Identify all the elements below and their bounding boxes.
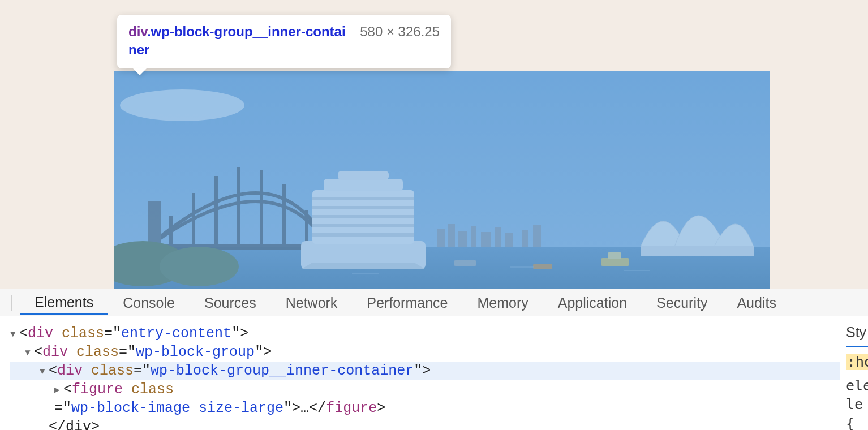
svg-point-14: [160, 247, 239, 286]
tab-security[interactable]: Security: [642, 290, 722, 315]
tab-elements[interactable]: Elements: [20, 290, 108, 315]
styles-rule-line: elem: [846, 376, 868, 395]
devtools-panel: Elements Console Sources Network Perform…: [0, 289, 868, 430]
inspect-tooltip-dimensions: 580 × 326.25: [360, 23, 440, 41]
hero-image: [114, 71, 770, 289]
svg-point-2: [120, 89, 244, 121]
svg-rect-17: [458, 231, 467, 247]
dom-node[interactable]: ▼<div class="entry-content">: [10, 324, 840, 343]
svg-rect-22: [522, 230, 528, 247]
svg-rect-20: [495, 227, 501, 247]
tab-memory[interactable]: Memory: [462, 290, 543, 315]
svg-rect-16: [448, 224, 455, 247]
svg-rect-31: [324, 179, 403, 191]
svg-rect-37: [454, 260, 476, 266]
svg-rect-34: [601, 258, 629, 266]
styles-hov-toggle[interactable]: :ho: [846, 354, 868, 370]
svg-rect-29: [312, 224, 414, 227]
svg-rect-15: [437, 229, 445, 247]
svg-rect-26: [312, 197, 414, 200]
tab-performance[interactable]: Performance: [352, 290, 462, 315]
svg-rect-27: [312, 206, 414, 209]
tabbar-separator: [11, 295, 12, 311]
styles-pane[interactable]: Sty :ho elem le { }: [840, 316, 868, 430]
dom-node-selected[interactable]: ▼<div class="wp-block-group__inner-conta…: [10, 362, 840, 380]
svg-rect-21: [505, 233, 513, 247]
svg-rect-32: [338, 171, 389, 180]
svg-rect-23: [533, 225, 541, 247]
tab-application[interactable]: Application: [543, 290, 642, 315]
page-preview: div.wp-block-group__inner-container 580 …: [0, 0, 868, 289]
dom-node[interactable]: ▼<div class="wp-block-group">: [10, 343, 840, 362]
svg-rect-35: [608, 252, 621, 259]
svg-rect-28: [312, 215, 414, 218]
svg-rect-11: [148, 201, 161, 247]
devtools-tabbar: Elements Console Sources Network Perform…: [0, 289, 868, 316]
disclosure-arrow-icon[interactable]: ▶: [54, 385, 63, 397]
tab-network[interactable]: Network: [271, 290, 353, 315]
svg-rect-33: [641, 246, 754, 256]
disclosure-arrow-icon[interactable]: ▼: [25, 347, 34, 359]
inspect-tooltip-selector: div.wp-block-group__inner-container: [128, 23, 346, 59]
dom-tree[interactable]: ▼<div class="entry-content"> ▼<div class…: [0, 316, 840, 430]
tab-audits[interactable]: Audits: [722, 290, 790, 315]
svg-rect-36: [533, 264, 552, 269]
styles-tab-label[interactable]: Sty: [846, 323, 868, 347]
dom-node[interactable]: ▶<figure class ="wp-block-image size-lar…: [10, 380, 840, 418]
disclosure-arrow-icon[interactable]: ▼: [40, 366, 49, 378]
dom-node-close[interactable]: </div>: [10, 418, 840, 430]
svg-rect-18: [471, 226, 476, 247]
styles-rule-line: le {: [846, 395, 868, 430]
svg-rect-30: [312, 233, 414, 236]
disclosure-arrow-icon[interactable]: ▼: [10, 329, 19, 341]
svg-rect-19: [481, 232, 491, 247]
tab-sources[interactable]: Sources: [190, 290, 271, 315]
tab-console[interactable]: Console: [108, 290, 190, 315]
hero-image-svg: [114, 71, 770, 289]
inspect-tooltip: div.wp-block-group__inner-container 580 …: [117, 15, 451, 68]
